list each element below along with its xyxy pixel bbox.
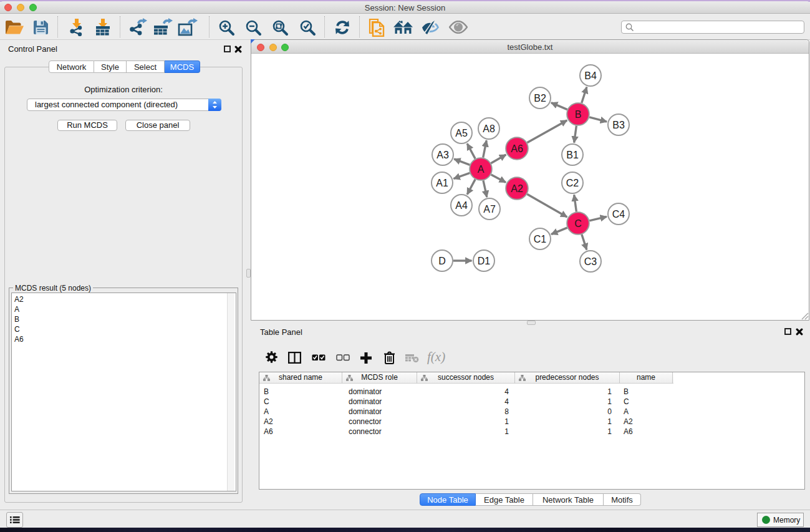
svg-text:A2: A2 [511, 183, 523, 194]
svg-text:C: C [574, 218, 582, 229]
svg-text:A1: A1 [436, 178, 448, 188]
svg-text:A: A [478, 164, 485, 175]
svg-text:B3: B3 [612, 120, 625, 130]
svg-text:A7: A7 [483, 204, 496, 215]
svg-text:A6: A6 [511, 143, 523, 154]
svg-text:B4: B4 [584, 70, 597, 81]
svg-text:A4: A4 [455, 200, 468, 211]
svg-text:A3: A3 [436, 150, 449, 160]
svg-text:C1: C1 [534, 234, 547, 244]
svg-text:A8: A8 [483, 123, 495, 134]
svg-text:C2: C2 [566, 178, 579, 188]
svg-text:C4: C4 [612, 209, 625, 220]
svg-text:B2: B2 [534, 93, 546, 104]
svg-text:B: B [575, 109, 582, 120]
svg-text:D: D [438, 256, 446, 266]
svg-text:D1: D1 [478, 256, 491, 266]
svg-text:C3: C3 [584, 256, 597, 267]
svg-text:A5: A5 [455, 128, 468, 138]
svg-text:B1: B1 [566, 150, 579, 160]
